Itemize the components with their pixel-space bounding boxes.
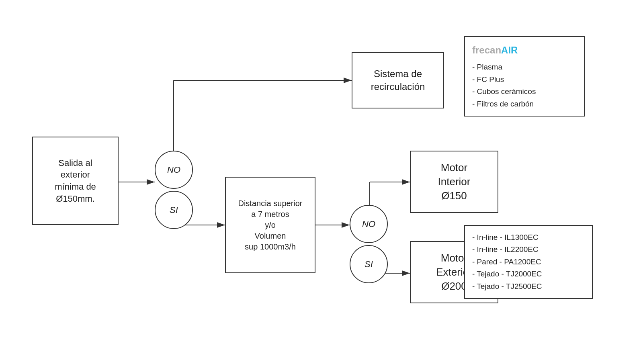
motor-interior-label: Motor Interior Ø150: [438, 161, 471, 203]
no1-circle: NO: [155, 151, 193, 189]
si2-circle: SI: [350, 245, 388, 283]
start-box: Salida al exterior mínima de Ø150mm.: [32, 137, 119, 225]
recirculation-label: Sistema de recirculación: [371, 67, 425, 94]
si2-label: SI: [365, 259, 373, 270]
motor-exterior-item-5: - Tejado - TJ2500EC: [472, 280, 585, 292]
si1-label: SI: [170, 205, 178, 215]
motor-exterior-item-4: - Tejado - TJ2000EC: [472, 268, 585, 280]
recirculation-item-2: - FC Plus: [472, 74, 577, 86]
motor-exterior-item-1: - In-line - IL1300EC: [472, 231, 585, 243]
motor-exterior-info-box: - In-line - IL1300EC - In-line - IL2200E…: [464, 225, 593, 299]
recirculation-info-box: frecanAIR - Plasma - FC Plus - Cubos cer…: [464, 36, 585, 117]
recirculation-item-3: - Cubos cerámicos: [472, 86, 577, 98]
no2-circle: NO: [350, 205, 388, 243]
recirculation-info-items: - Plasma - FC Plus - Cubos cerámicos - F…: [472, 61, 577, 110]
no2-label: NO: [362, 219, 375, 229]
recirculation-item-1: - Plasma: [472, 61, 577, 73]
motor-exterior-info-items: - In-line - IL1300EC - In-line - IL2200E…: [472, 231, 585, 292]
motor-exterior-item-2: - In-line - IL2200EC: [472, 243, 585, 256]
brand-air: AIR: [501, 45, 518, 55]
brand-logo: frecanAIR: [472, 43, 577, 58]
distancia-box: Distancia superior a 7 metros y/o Volume…: [225, 177, 315, 273]
no1-label: NO: [167, 165, 180, 175]
motor-interior-box: Motor Interior Ø150: [410, 151, 498, 213]
distancia-label: Distancia superior a 7 metros y/o Volume…: [238, 198, 302, 252]
brand-frecan: frecan: [472, 45, 501, 55]
diagram-container: Salida al exterior mínima de Ø150mm. NO …: [0, 0, 643, 364]
recirculation-box: Sistema de recirculación: [352, 52, 444, 108]
motor-exterior-item-3: - Pared - PA1200EC: [472, 256, 585, 268]
start-label: Salida al exterior mínima de Ø150mm.: [55, 157, 96, 205]
si1-circle: SI: [155, 191, 193, 229]
recirculation-item-4: - Filtros de carbón: [472, 98, 577, 110]
